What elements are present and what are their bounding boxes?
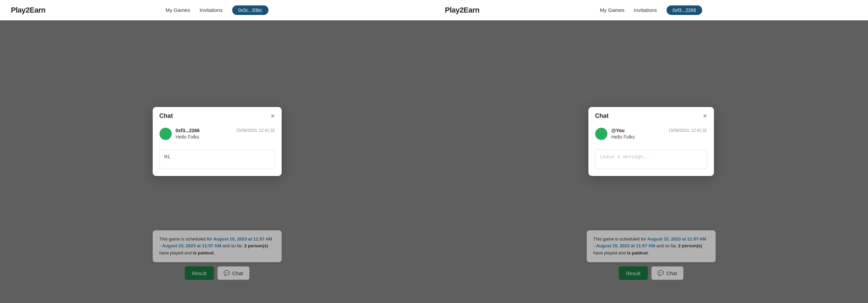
left-message-text: Hello Folks (176, 134, 275, 140)
left-chat-input-area: Hi (153, 145, 282, 176)
right-main: Chat × @You 15/08/2023, 12:41:32 Hello F… (434, 20, 868, 303)
left-chat-input[interactable]: Hi (159, 149, 275, 169)
left-nav-my-games[interactable]: My Games (166, 7, 190, 13)
right-nav-my-games[interactable]: My Games (600, 7, 625, 13)
right-message-time: 15/08/2023, 12:41:32 (668, 128, 707, 133)
left-main: Chat × 0xf3...2266 15/08/2023, 12:41:32 … (0, 20, 434, 303)
left-nav: My Games Invitations 0x3c...93bc (166, 5, 269, 15)
left-modal-overlay: Chat × 0xf3...2266 15/08/2023, 12:41:32 … (0, 20, 434, 303)
left-message-meta: 0xf3...2266 15/08/2023, 12:41:32 (176, 128, 275, 133)
right-message-meta: @You 15/08/2023, 12:41:32 (611, 128, 707, 133)
right-avatar (595, 128, 607, 140)
left-modal-header: Chat × (153, 107, 282, 124)
right-modal-title: Chat (595, 112, 609, 120)
right-nav-invitations[interactable]: Invitations (634, 7, 657, 13)
right-message-content: @You 15/08/2023, 12:41:32 Hello Folks (611, 128, 707, 140)
right-chat-modal: Chat × @You 15/08/2023, 12:41:32 Hello F… (588, 107, 714, 176)
left-wallet-button[interactable]: 0x3c...93bc (232, 5, 269, 15)
right-panel: Play2Earn My Games Invitations 0xf3...22… (434, 0, 868, 303)
left-message-content: 0xf3...2266 15/08/2023, 12:41:32 Hello F… (176, 128, 275, 140)
left-header: Play2Earn My Games Invitations 0x3c...93… (0, 0, 434, 20)
left-panel: Play2Earn My Games Invitations 0x3c...93… (0, 0, 434, 303)
right-header: Play2Earn My Games Invitations 0xf3...22… (434, 0, 868, 20)
right-modal-close-button[interactable]: × (703, 112, 707, 119)
right-modal-header: Chat × (588, 107, 714, 124)
right-logo: Play2Earn (445, 6, 479, 15)
left-chat-message: 0xf3...2266 15/08/2023, 12:41:32 Hello F… (153, 124, 282, 145)
right-chat-input-area (588, 145, 714, 176)
left-avatar (159, 128, 172, 140)
left-modal-title: Chat (159, 112, 173, 120)
right-message-text: Hello Folks (611, 134, 707, 140)
right-wallet-button[interactable]: 0xf3...2266 (666, 5, 702, 15)
right-nav: My Games Invitations 0xf3...2266 (600, 5, 702, 15)
left-message-time: 15/08/2023, 12:41:32 (236, 128, 275, 133)
left-nav-invitations[interactable]: Invitations (200, 7, 223, 13)
left-modal-close-button[interactable]: × (271, 112, 275, 119)
right-message-sender: @You (611, 128, 625, 133)
left-logo: Play2Earn (11, 6, 45, 15)
left-message-sender: 0xf3...2266 (176, 128, 200, 133)
right-chat-input[interactable] (595, 149, 707, 169)
right-chat-message: @You 15/08/2023, 12:41:32 Hello Folks (588, 124, 714, 145)
left-chat-modal: Chat × 0xf3...2266 15/08/2023, 12:41:32 … (153, 107, 282, 176)
right-modal-overlay: Chat × @You 15/08/2023, 12:41:32 Hello F… (434, 20, 868, 303)
